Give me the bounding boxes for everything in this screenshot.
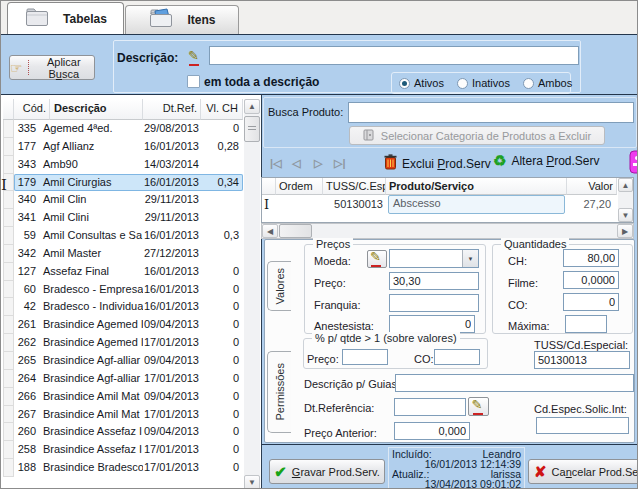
radio-ambos[interactable]: Ambos	[523, 77, 572, 89]
column-header-valor[interactable]: Valor	[567, 178, 617, 195]
chevron-down-icon[interactable]: ▼	[462, 250, 478, 267]
column-header-ordem[interactable]: Ordem	[276, 178, 323, 195]
percent-preco-input[interactable]	[342, 349, 388, 365]
guias-label: Descrição p/ Guias:	[304, 378, 400, 390]
radio-inativos[interactable]: Inativos	[457, 77, 510, 89]
column-header-produto[interactable]: Produto/Serviço	[386, 178, 567, 195]
grid-hscrollbar[interactable]: ◀ ▶	[261, 223, 634, 239]
filme-label: Filme:	[508, 277, 538, 289]
dtreferencia-input[interactable]	[394, 398, 466, 416]
scroll-up-arrow-icon[interactable]: ▲	[618, 178, 633, 192]
special-product-icon[interactable]	[629, 150, 638, 176]
product-grid-row[interactable]: 50130013 Abscesso 27,20	[262, 195, 633, 214]
column-header-vlch[interactable]: Vl. CH	[201, 99, 243, 120]
table-row[interactable]: 188Brasindice Bradesco17/01/20130	[3, 459, 243, 477]
whole-description-checkbox[interactable]	[187, 75, 200, 88]
column-header-dtref[interactable]: Dt.Ref.	[143, 99, 201, 120]
table-row[interactable]: 267Brasindice Amil Mat17/01/20130	[3, 406, 243, 424]
percent-group-title: % p/ qtde > 1 (sobre valores)	[312, 332, 460, 344]
filme-input[interactable]	[563, 271, 619, 289]
table-row[interactable]: 341Amil Clini29/11/2013	[3, 209, 243, 227]
cell-code: 266	[14, 388, 39, 406]
scroll-right-arrow-icon[interactable]: ▶	[617, 224, 633, 238]
alter-product-button[interactable]: ♻ Altera Prod.Serv	[493, 154, 600, 168]
maxima-input[interactable]	[565, 315, 607, 333]
column-header-cod[interactable]: Cód.	[14, 99, 50, 120]
table-row[interactable]: 42Bradesco - Individua16/01/20130	[3, 298, 243, 316]
nav-last-icon[interactable]: ▷|	[334, 157, 346, 170]
table-row[interactable]: 265Brasindice Agf-alliar09/04/20130	[3, 352, 243, 370]
moeda-combobox[interactable]: ▼	[389, 249, 479, 268]
scroll-up-arrow-icon[interactable]: ▲	[244, 99, 260, 114]
table-row[interactable]: 342Amil Master27/12/2013	[3, 245, 243, 263]
preco-anterior-label: Preço Anterior:	[304, 427, 377, 439]
status-radio-group: AtivosInativosAmbos	[391, 72, 571, 94]
scroll-down-arrow-icon[interactable]: ▼	[618, 208, 633, 222]
row-indicator	[3, 209, 14, 227]
tab-valores[interactable]: Valores	[267, 261, 291, 311]
tab-tabelas[interactable]: Tabelas	[7, 2, 124, 34]
dtreferencia-pencil-button[interactable]	[468, 397, 489, 416]
cell-date: 29/08/2013	[143, 120, 201, 138]
preco-input[interactable]	[389, 272, 479, 290]
cell-code: 127	[14, 263, 39, 281]
franquia-input[interactable]	[389, 294, 479, 312]
percent-co-input[interactable]	[434, 349, 480, 365]
cell-date: 29/11/2013	[143, 209, 201, 227]
tab-itens[interactable]: Itens	[125, 5, 239, 34]
cell-desc: Brasindice Amil Mat	[39, 388, 143, 406]
anestesista-input[interactable]	[389, 315, 475, 333]
cell-produto[interactable]: Abscesso	[388, 195, 565, 214]
cell-date: 16/01/2013	[143, 263, 201, 281]
table-row[interactable]: 343Amb9014/03/2014	[3, 156, 243, 174]
tables-scrollbar[interactable]: ▲ ▼	[244, 99, 260, 489]
table-row[interactable]: 335Agemed 4ªed.29/08/20130	[3, 120, 243, 138]
scrollbar-thumb[interactable]	[244, 116, 260, 142]
nav-next-icon[interactable]: ▷	[314, 157, 322, 170]
tab-permissoes[interactable]: Permissões	[267, 351, 291, 433]
precos-title: Preços	[313, 238, 353, 250]
table-row[interactable]: 260Brasindice Assefaz I09/04/20130	[3, 423, 243, 441]
tuss-especial-input[interactable]	[534, 351, 630, 369]
product-search-input[interactable]	[348, 102, 634, 123]
nav-first-icon[interactable]: |◁	[270, 157, 282, 170]
table-row[interactable]: 340Amil Clin29/11/2013	[3, 191, 243, 209]
guias-input[interactable]	[395, 374, 634, 392]
scrollbar-thumb[interactable]	[279, 224, 312, 238]
table-row[interactable]: 177Agf Allianz16/01/20130,28	[3, 138, 243, 156]
table-row[interactable]: 266Brasindice Amil Mat09/04/20130	[3, 388, 243, 406]
cell-ch: 0	[201, 441, 243, 459]
cell-date: 17/01/2013	[143, 370, 201, 388]
co-input[interactable]	[563, 293, 619, 311]
cell-code: 188	[14, 459, 39, 477]
cdespec-input[interactable]	[536, 417, 629, 434]
preco-anterior-input[interactable]	[394, 422, 470, 440]
moeda-pencil-button[interactable]	[367, 250, 387, 268]
delete-product-button[interactable]: Exclui Prod.Serv	[384, 154, 491, 173]
radio-ativos[interactable]: Ativos	[399, 77, 444, 89]
table-row[interactable]: 59Amil Consultas e Sa16/01/20130,3	[3, 227, 243, 245]
select-category-button[interactable]: Selecionar Categoria de Produtos a Exclu…	[349, 126, 605, 145]
pencil-icon[interactable]	[187, 50, 203, 66]
row-indicator	[3, 334, 14, 352]
grid-vscrollbar[interactable]: ▲ ▼	[618, 178, 633, 222]
table-row[interactable]: 179Amil Cirurgias16/01/20130,34	[3, 174, 243, 192]
table-row[interactable]: 127Assefaz Final16/01/20130	[3, 263, 243, 281]
table-row[interactable]: 258Brasindice Assefaz I17/01/20130	[3, 441, 243, 459]
cell-desc: Bradesco - Empresa	[39, 281, 143, 299]
column-header-descricao[interactable]: Descrição	[50, 99, 143, 120]
scroll-down-arrow-icon[interactable]: ▼	[244, 475, 260, 489]
column-header-tuss[interactable]: TUSS/C.Esp	[323, 178, 386, 195]
description-input[interactable]	[209, 46, 579, 65]
scroll-left-arrow-icon[interactable]: ◀	[262, 224, 278, 238]
nav-prev-icon[interactable]: ◁	[292, 157, 300, 170]
ch-input[interactable]	[563, 249, 619, 267]
header-corner	[262, 178, 276, 195]
save-product-button[interactable]: ✔ Gravar Prod.Serv.	[269, 459, 385, 484]
table-row[interactable]: 264Brasindice Agf-alliar17/01/20130	[3, 370, 243, 388]
table-row[interactable]: 261Brasindice Agemed I09/04/20130	[3, 316, 243, 334]
cancel-product-button[interactable]: ✘ Cancelar Prod.Serv	[528, 459, 638, 484]
apply-search-button[interactable]: ☞ Aplicar Busca	[9, 55, 95, 80]
table-row[interactable]: 262Brasindice Agemed I17/01/20130	[3, 334, 243, 352]
table-row[interactable]: 60Bradesco - Empresa16/01/20130	[3, 281, 243, 299]
